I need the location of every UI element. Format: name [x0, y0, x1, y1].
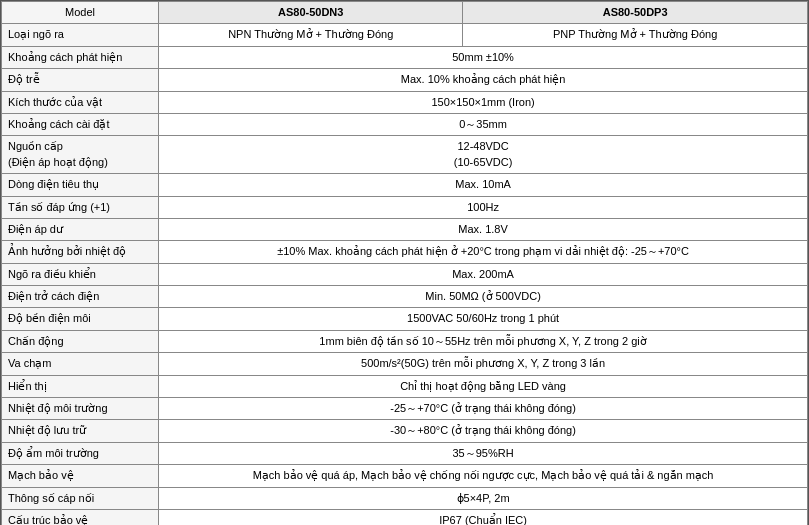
- table-row: Va chạm500m/s²(50G) trên mỗi phương X, Y…: [2, 353, 808, 375]
- row-label: Khoảng cách cài đặt: [2, 113, 159, 135]
- row-dn3: NPN Thường Mở + Thường Đóng: [159, 24, 463, 46]
- row-value: 50mm ±10%: [159, 46, 808, 68]
- row-dp3: PNP Thường Mở + Thường Đóng: [463, 24, 808, 46]
- row-value: 1mm biên độ tần số 10～55Hz trên mỗi phươ…: [159, 330, 808, 352]
- row-label: Chấn động: [2, 330, 159, 352]
- table-row: Độ bền điện môi1500VAC 50/60Hz trong 1 p…: [2, 308, 808, 330]
- row-value: 150×150×1mm (Iron): [159, 91, 808, 113]
- row-label: Nhiệt độ lưu trữ: [2, 420, 159, 442]
- table-row: Điện trở cách điệnMin. 50MΩ (ở 500VDC): [2, 286, 808, 308]
- header-dp3: AS80-50DP3: [463, 2, 808, 24]
- row-label: Điện trở cách điện: [2, 286, 159, 308]
- table-row: Độ ẩm môi trường35～95%RH: [2, 442, 808, 464]
- row-label: Kích thước của vật: [2, 91, 159, 113]
- row-label: Loại ngõ ra: [2, 24, 159, 46]
- row-value: Max. 200mA: [159, 263, 808, 285]
- table-row: Hiển thịChỉ thị hoạt động bằng LED vàng: [2, 375, 808, 397]
- row-value: 500m/s²(50G) trên mỗi phương X, Y, Z tro…: [159, 353, 808, 375]
- row-label: Độ bền điện môi: [2, 308, 159, 330]
- row-label: Ngõ ra điều khiển: [2, 263, 159, 285]
- table-row: Ngõ ra điều khiểnMax. 200mA: [2, 263, 808, 285]
- table-row: Kích thước của vật150×150×1mm (Iron): [2, 91, 808, 113]
- row-label: Điện áp dư: [2, 218, 159, 240]
- row-label: Dòng điện tiêu thụ: [2, 174, 159, 196]
- row-label: Ảnh hưởng bởi nhiệt độ: [2, 241, 159, 263]
- table-row: Nhiệt độ lưu trữ-30～+80°C (ở trạng thái …: [2, 420, 808, 442]
- row-value: 100Hz: [159, 196, 808, 218]
- table-row: Điện áp dưMax. 1.8V: [2, 218, 808, 240]
- row-label: Nhiệt độ môi trường: [2, 398, 159, 420]
- table-row: Dòng điện tiêu thụMax. 10mA: [2, 174, 808, 196]
- row-value: Max. 10% khoảng cách phát hiện: [159, 69, 808, 91]
- row-label: Tần số đáp ứng (+1): [2, 196, 159, 218]
- row-value: Max. 1.8V: [159, 218, 808, 240]
- table-row: Nhiệt độ môi trường-25～+70°C (ở trạng th…: [2, 398, 808, 420]
- row-value: 1500VAC 50/60Hz trong 1 phút: [159, 308, 808, 330]
- table-row: Mạch bảo vệMạch bảo vệ quá áp, Mạch bảo …: [2, 465, 808, 487]
- header-dn3: AS80-50DN3: [159, 2, 463, 24]
- row-label: Hiển thị: [2, 375, 159, 397]
- table-row: Chấn động1mm biên độ tần số 10～55Hz trên…: [2, 330, 808, 352]
- table-row: Khoảng cách phát hiện50mm ±10%: [2, 46, 808, 68]
- row-value: -30～+80°C (ở trạng thái không đóng): [159, 420, 808, 442]
- table-row: Nguồn cấp(Điện áp hoạt động)12-48VDC(10-…: [2, 136, 808, 174]
- row-label: Nguồn cấp(Điện áp hoạt động): [2, 136, 159, 174]
- row-value: 35～95%RH: [159, 442, 808, 464]
- table-row: Cấu trúc bảo vệIP67 (Chuẩn IEC): [2, 509, 808, 525]
- row-label: Thông số cáp nối: [2, 487, 159, 509]
- row-label: Mạch bảo vệ: [2, 465, 159, 487]
- spec-table: Model AS80-50DN3 AS80-50DP3 Loại ngõ raN…: [0, 0, 809, 525]
- table-row: Tần số đáp ứng (+1)100Hz: [2, 196, 808, 218]
- table-row: Độ trễMax. 10% khoảng cách phát hiện: [2, 69, 808, 91]
- table-row: Thông số cáp nốiϕ5×4P, 2m: [2, 487, 808, 509]
- row-label: Cấu trúc bảo vệ: [2, 509, 159, 525]
- table-row: Ảnh hưởng bởi nhiệt độ±10% Max. khoảng c…: [2, 241, 808, 263]
- row-value: Min. 50MΩ (ở 500VDC): [159, 286, 808, 308]
- row-value: IP67 (Chuẩn IEC): [159, 509, 808, 525]
- row-value: 12-48VDC(10-65VDC): [159, 136, 808, 174]
- row-value: ±10% Max. khoảng cách phát hiện ở +20°C …: [159, 241, 808, 263]
- row-label: Độ ẩm môi trường: [2, 442, 159, 464]
- header-model: Model: [2, 2, 159, 24]
- row-label: Va chạm: [2, 353, 159, 375]
- row-value: Chỉ thị hoạt động bằng LED vàng: [159, 375, 808, 397]
- row-value: Max. 10mA: [159, 174, 808, 196]
- row-label: Độ trễ: [2, 69, 159, 91]
- row-value: ϕ5×4P, 2m: [159, 487, 808, 509]
- row-label: Khoảng cách phát hiện: [2, 46, 159, 68]
- table-row: Khoảng cách cài đặt0～35mm: [2, 113, 808, 135]
- row-value: 0～35mm: [159, 113, 808, 135]
- row-value: Mạch bảo vệ quá áp, Mạch bảo vệ chống nố…: [159, 465, 808, 487]
- row-value: -25～+70°C (ở trạng thái không đóng): [159, 398, 808, 420]
- table-row: Loại ngõ raNPN Thường Mở + Thường ĐóngPN…: [2, 24, 808, 46]
